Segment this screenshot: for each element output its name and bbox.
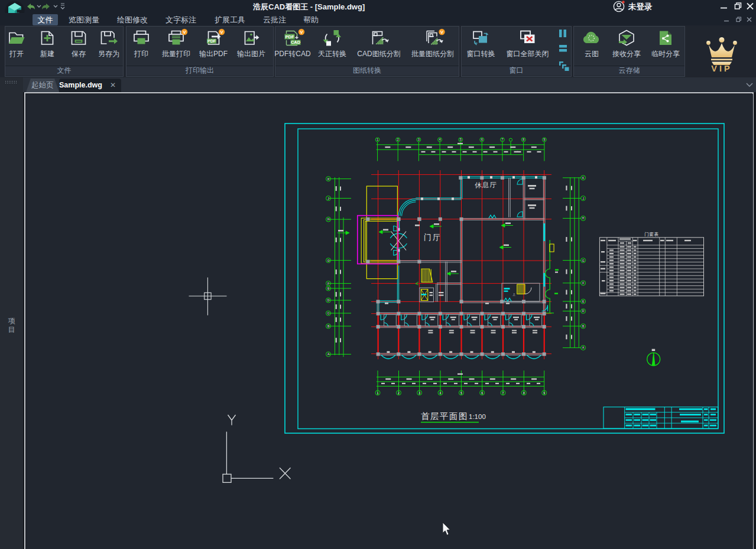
svg-text:G: G — [327, 259, 330, 262]
svg-text:上: 上 — [512, 293, 515, 296]
svg-text:7: 7 — [502, 138, 504, 141]
svg-text:4: 4 — [439, 138, 441, 141]
svg-text:1: 1 — [377, 391, 379, 395]
svg-text:5: 5 — [460, 138, 462, 141]
svg-text:首层平面图: 首层平面图 — [421, 411, 468, 421]
svg-text:E: E — [327, 287, 329, 290]
svg-text:1: 1 — [377, 138, 378, 141]
svg-text:3: 3 — [418, 391, 420, 395]
svg-text:A: A — [582, 346, 585, 349]
svg-text:门窗表: 门窗表 — [645, 232, 659, 237]
svg-text:E: E — [582, 300, 584, 303]
svg-text:G: G — [582, 259, 585, 262]
svg-text:2: 2 — [398, 391, 400, 395]
svg-text:B: B — [327, 325, 329, 328]
svg-text:2: 2 — [397, 138, 399, 141]
svg-text:D: D — [582, 310, 585, 313]
svg-text:9: 9 — [544, 138, 546, 141]
svg-text:9: 9 — [543, 391, 545, 395]
svg-text:J: J — [582, 197, 584, 200]
svg-text:3: 3 — [418, 138, 420, 141]
svg-text:F: F — [582, 282, 584, 285]
svg-text:K: K — [582, 177, 585, 180]
svg-text:门厅: 门厅 — [424, 233, 442, 242]
svg-text:H: H — [582, 217, 585, 220]
svg-text:4: 4 — [440, 391, 442, 395]
svg-text:休息厅: 休息厅 — [475, 181, 497, 189]
svg-text:B: B — [582, 325, 584, 328]
svg-text:8: 8 — [523, 391, 525, 395]
svg-text:7: 7 — [502, 391, 504, 395]
svg-text:C: C — [327, 312, 330, 315]
svg-text:F: F — [327, 282, 329, 285]
svg-text:8: 8 — [523, 138, 524, 141]
svg-text:5: 5 — [460, 391, 462, 395]
svg-text:6: 6 — [481, 138, 483, 141]
svg-text:1:100: 1:100 — [469, 413, 486, 420]
svg-text:D: D — [327, 299, 330, 302]
svg-text:6: 6 — [481, 391, 483, 395]
svg-text:H: H — [327, 218, 330, 221]
